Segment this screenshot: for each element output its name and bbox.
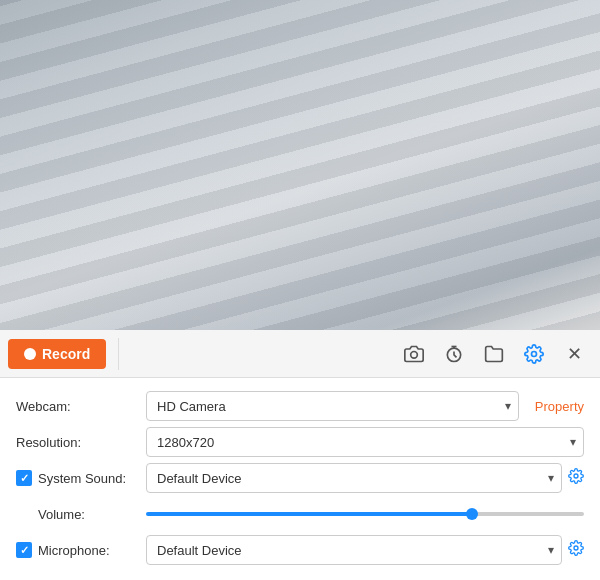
record-dot-icon [24,348,36,360]
close-icon: ✕ [567,343,582,365]
screenshot-button[interactable] [396,336,432,372]
svg-point-2 [532,351,537,356]
record-button[interactable]: Record [8,339,106,369]
webcam-label: Webcam: [16,399,146,414]
toolbar-divider [118,338,119,370]
resolution-select-wrapper: 1280x720 1920x1080 640x480 ▾ [146,427,584,457]
system-sound-device-row: Default Device ▾ [146,463,584,493]
microphone-checkbox[interactable] [16,542,32,558]
webcam-select-wrapper: HD Camera Default Webcam ▾ [146,391,519,421]
resolution-label: Resolution: [16,435,146,450]
folder-icon [484,344,504,364]
settings-button[interactable] [516,336,552,372]
microphone-volume-row: Volume: [16,570,584,580]
system-sound-select[interactable]: Default Device [146,463,562,493]
webcam-select[interactable]: HD Camera Default Webcam [146,391,519,421]
microphone-row: Microphone: Default Device ▾ [16,534,584,566]
system-sound-gear-icon[interactable] [568,468,584,488]
webcam-row: Webcam: HD Camera Default Webcam ▾ Prope… [16,390,584,422]
system-volume-label: Volume: [16,507,146,522]
resolution-control: 1280x720 1920x1080 640x480 ▾ [146,427,584,457]
system-volume-control [146,512,584,516]
gear-icon [524,344,544,364]
resolution-select[interactable]: 1280x720 1920x1080 640x480 [146,427,584,457]
microphone-device-row: Default Device ▾ [146,535,584,565]
toolbar: Record ✕ [0,330,600,378]
system-sound-row: System Sound: Default Device ▾ [16,462,584,494]
system-sound-select-wrapper: Default Device ▾ [146,463,562,493]
system-sound-label: System Sound: [38,471,148,486]
camera-overlay [0,0,600,330]
camera-icon [404,344,424,364]
system-volume-slider[interactable] [146,512,584,516]
record-label: Record [42,346,90,362]
system-sound-checkbox-area: System Sound: [16,470,146,486]
microphone-gear-icon[interactable] [568,540,584,560]
settings-panel: Webcam: HD Camera Default Webcam ▾ Prope… [0,378,600,580]
property-link[interactable]: Property [535,399,584,414]
system-volume-row: Volume: [16,498,584,530]
microphone-checkbox-area: Microphone: [16,542,146,558]
microphone-select-wrapper: Default Device ▾ [146,535,562,565]
microphone-select[interactable]: Default Device [146,535,562,565]
timer-button[interactable] [436,336,472,372]
svg-point-3 [574,474,578,478]
close-button[interactable]: ✕ [556,336,592,372]
resolution-row: Resolution: 1280x720 1920x1080 640x480 ▾ [16,426,584,458]
system-sound-checkbox[interactable] [16,470,32,486]
svg-point-0 [411,351,418,358]
svg-point-4 [574,546,578,550]
folder-button[interactable] [476,336,512,372]
webcam-control: HD Camera Default Webcam ▾ Property [146,391,584,421]
microphone-label: Microphone: [38,543,148,558]
camera-preview [0,0,600,330]
timer-icon [444,344,464,364]
